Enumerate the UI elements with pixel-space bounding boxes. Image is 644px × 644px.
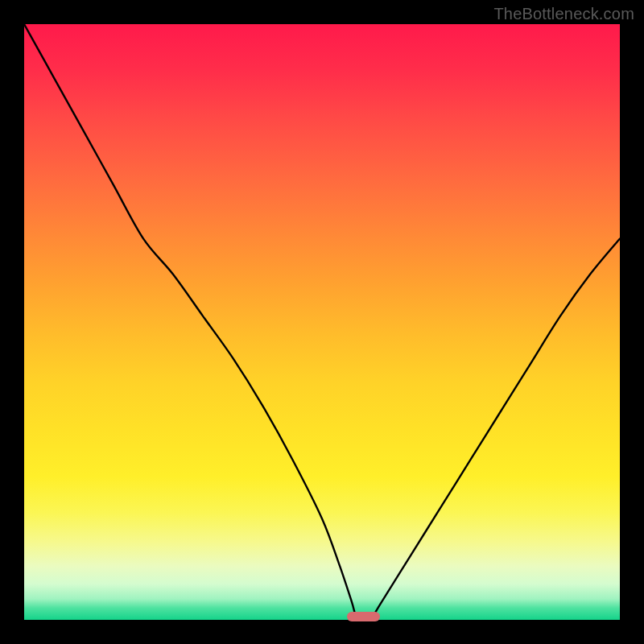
bottleneck-curve — [24, 24, 620, 620]
optimal-marker — [347, 612, 380, 621]
watermark-text: TheBottleneck.com — [493, 5, 634, 23]
chart-frame: TheBottleneck.com — [0, 0, 644, 644]
plot-area — [24, 24, 620, 620]
